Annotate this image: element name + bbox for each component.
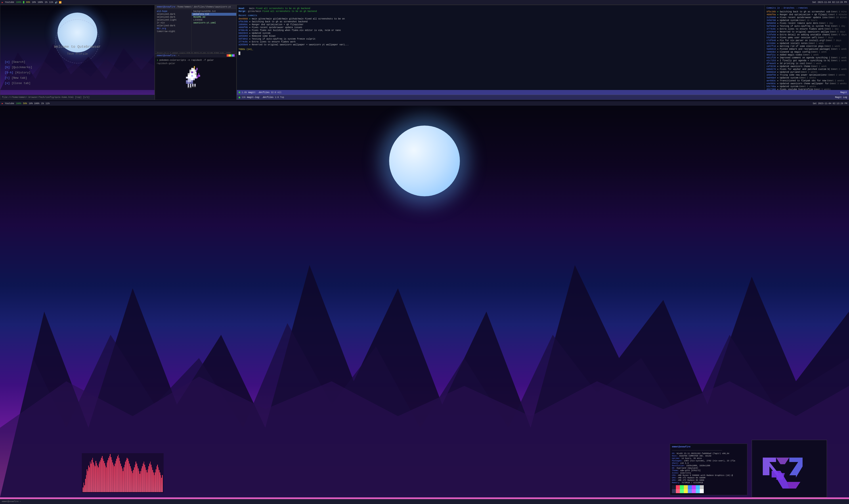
svg-rect-2	[191, 68, 193, 70]
vis-bar	[117, 456, 118, 492]
git-log-row: 9fbc36b ● Switching back to gh as screen…	[766, 11, 847, 13]
qute-menu-newtab[interactable]: [t] [New tab]	[5, 76, 150, 80]
neofetch-header: emmet@snowfire	[672, 446, 745, 448]
qute-menu-quickmarks[interactable]: [b] [Quickmarks]	[5, 65, 150, 69]
vis-bar	[137, 466, 138, 492]
git-commit-row: 2774c0c ● Extra lines to ensure flakes w…	[238, 41, 763, 43]
svg-rect-22	[186, 77, 188, 78]
vis-bar	[154, 475, 155, 492]
qute-menu-search[interactable]: [o] [Search]	[5, 60, 150, 64]
git-commit-row: 55f3042 ● Testing if auto-cpufreq is sys…	[238, 38, 763, 40]
vis-bar	[161, 475, 161, 492]
monitor2-battery: 100%	[16, 102, 21, 105]
vis-bar	[123, 471, 123, 492]
file-item[interactable]: LICENSE	[192, 19, 236, 21]
vis-bar	[153, 472, 154, 492]
file-item[interactable]: background256.txt	[192, 10, 236, 13]
vis-bar	[137, 464, 137, 492]
color-swatch-10	[676, 489, 680, 493]
vis-bar	[99, 464, 100, 492]
vis-bar	[148, 469, 148, 492]
file-item[interactable]: uwunicorn-yt.yaml	[192, 21, 236, 24]
vis-bar	[83, 487, 83, 492]
monitor2-tab[interactable]: Youtube	[5, 102, 14, 105]
vis-bar	[88, 471, 88, 492]
cursor-block	[238, 52, 240, 55]
magit-status-label: magit: .dotfiles	[248, 91, 270, 94]
file-item[interactable]: selenized-light	[155, 19, 192, 21]
svg-rect-14	[191, 73, 193, 75]
vis-bar	[98, 467, 98, 492]
vis-bar	[128, 461, 129, 492]
svg-rect-47	[192, 84, 194, 86]
file-item[interactable]: solarized-dark	[155, 24, 192, 27]
monitor2-wifi: 11%	[46, 102, 50, 105]
vis-bar	[151, 465, 151, 492]
file-item[interactable]: RE=.org	[155, 27, 192, 30]
git-log-row: ae4503c ● Transitioned to flatpak obs fo…	[766, 79, 847, 82]
fb-path2: /home/emmet/.dotfiles/themes/uwunicorn-y…	[177, 6, 231, 8]
merge-line: Merge: gitea/main Fixed all screenshots …	[238, 10, 763, 13]
svg-rect-56	[199, 75, 200, 77]
vis-bar	[140, 474, 140, 492]
svg-rect-24	[189, 77, 191, 78]
color-swatch-12	[684, 489, 688, 493]
vis-bar	[88, 466, 89, 492]
git-log-row: b5c1b50 ● Fixes qemu user session uefiEm…	[766, 36, 847, 39]
neofetch-colors	[672, 485, 745, 489]
topbar-right: Sat 2023-11-04 02:13:20 PM	[812, 1, 849, 3]
svg-rect-33	[188, 80, 189, 82]
vis-bar	[158, 467, 159, 492]
magit-position: 32:0 All	[271, 91, 282, 94]
svg-rect-19	[191, 75, 193, 77]
vis-bar	[104, 463, 105, 492]
vis-bar	[93, 463, 94, 492]
file-item[interactable]: selenized-dark	[155, 13, 192, 16]
git-log-row: 5a94da4 ● Updated systemEmmet2 weeks	[766, 77, 847, 79]
vis-bar	[115, 461, 116, 492]
file-item[interactable]: ald-hope	[155, 10, 192, 13]
file-item[interactable]: tomorrow-night	[155, 30, 192, 33]
sys-icons: 🔊 📶	[55, 1, 61, 4]
file-item[interactable]: selenized-dark	[155, 16, 192, 19]
qute-menu-history[interactable]: [S-h] [History]	[5, 71, 150, 75]
svg-rect-23	[188, 77, 189, 78]
git-log-row: 5a6b619 ● Pinned embark and reorganized …	[766, 48, 847, 50]
terminal-content: ❯ pokemon-colorscripts -n rapidash -f ga…	[155, 57, 236, 93]
vis-bar	[118, 455, 119, 492]
color-swatch-15	[696, 489, 700, 493]
vis-bar	[135, 465, 136, 492]
vis-bar	[128, 459, 128, 492]
vis-bar	[150, 462, 151, 492]
color-swatch-8	[700, 485, 704, 489]
color-swatch-14	[692, 489, 696, 493]
qute-menu-closetab[interactable]: [x] [Close tab]	[5, 81, 150, 85]
vis-bar	[115, 464, 115, 492]
svg-rect-16	[195, 73, 197, 75]
monitor2-mem: 10% 100%	[29, 102, 39, 105]
svg-rect-15	[193, 73, 195, 75]
term-command: ❯ pokemon-colorscripts -n rapidash -f ga…	[157, 59, 235, 61]
vis-bar	[136, 462, 136, 492]
svg-rect-25	[191, 77, 193, 78]
svg-rect-17	[188, 75, 189, 77]
color-swatch-3	[680, 485, 684, 489]
pct-indicator: 1%	[45, 1, 47, 3]
file-item[interactable]: README.md	[192, 16, 236, 19]
git-log-row: 3456780 ● Updated systemEmmet18 hours	[766, 19, 847, 22]
svg-rect-38	[189, 82, 191, 84]
vis-bar	[133, 470, 134, 492]
vis-bar	[92, 460, 92, 492]
tab-youtube[interactable]: Youtube	[5, 1, 14, 3]
svg-rect-51	[192, 86, 194, 87]
file-item-selected[interactable]: polarity.txt	[192, 13, 236, 16]
svg-rect-12	[188, 73, 189, 75]
vis-bar	[127, 458, 127, 492]
global-statusbar: emmet@snowfire ~	[0, 499, 849, 504]
vis-bar	[125, 462, 126, 492]
vis-bar	[142, 466, 143, 492]
vis-bar	[122, 468, 123, 492]
vis-bar	[106, 467, 107, 492]
top-statusbar: ▶ Youtube 100% █ 99% 10% 100% 1% 11% 🔊 📶…	[0, 0, 849, 5]
file-item[interactable]: lr-nix	[155, 21, 192, 24]
